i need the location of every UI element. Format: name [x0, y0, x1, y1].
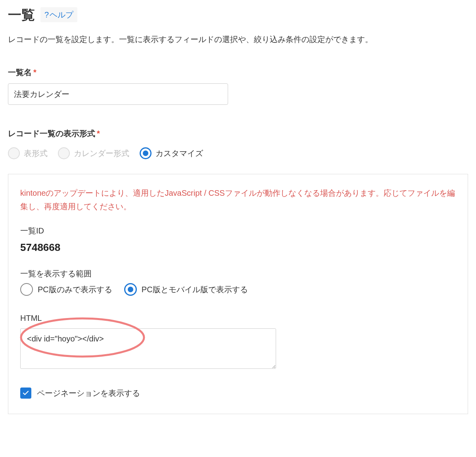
radio-label: カレンダー形式 — [74, 147, 129, 160]
page-title: 一覧 — [8, 4, 35, 25]
checkbox-checked-icon — [20, 388, 31, 399]
warning-message: kintoneのアップデートにより、適用したJavaScript / CSSファ… — [20, 186, 456, 213]
scope-label: 一覧を表示する範囲 — [20, 267, 456, 280]
list-id-value: 5748668 — [20, 239, 456, 256]
checkbox-label: ページネーションを表示する — [37, 387, 140, 399]
display-format-label: レコード一覧の表示形式* — [8, 127, 468, 140]
custom-settings-panel: kintoneのアップデートにより、適用したJavaScript / CSSファ… — [8, 174, 468, 414]
help-link[interactable]: ヘルプ — [40, 7, 77, 22]
list-id-label: 一覧ID — [20, 224, 456, 237]
list-name-label: 一覧名* — [8, 66, 468, 79]
html-label: HTML — [20, 312, 456, 324]
page-description: レコードの一覧を設定します。一覧に表示するフィールドの選択や、絞り込み条件の設定… — [8, 33, 468, 46]
required-mark-icon: * — [97, 129, 100, 138]
radio-option-calendar: カレンダー形式 — [58, 147, 129, 160]
radio-label: PC版とモバイル版で表示する — [142, 283, 248, 296]
radio-icon — [124, 283, 137, 296]
list-name-input[interactable] — [8, 83, 228, 105]
radio-option-table: 表形式 — [8, 147, 48, 160]
radio-icon — [20, 283, 33, 296]
radio-option-pc-mobile[interactable]: PC版とモバイル版で表示する — [124, 283, 248, 296]
radio-icon — [140, 147, 152, 159]
radio-label: カスタマイズ — [155, 147, 203, 160]
required-mark-icon: * — [33, 68, 36, 77]
radio-icon — [58, 147, 70, 159]
radio-label: 表形式 — [24, 147, 48, 160]
radio-option-custom[interactable]: カスタマイズ — [140, 147, 203, 160]
html-textarea[interactable]: <div id="hoyo"></div> — [20, 328, 276, 369]
radio-label: PC版のみで表示する — [38, 283, 112, 296]
radio-icon — [8, 147, 20, 159]
pagination-checkbox[interactable]: ページネーションを表示する — [20, 387, 456, 399]
radio-option-pc-only[interactable]: PC版のみで表示する — [20, 283, 112, 296]
